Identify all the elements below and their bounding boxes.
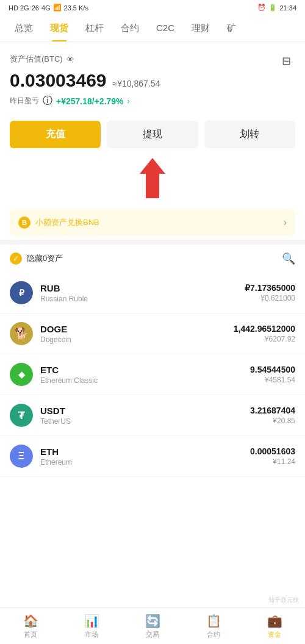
network-speed: 23.5 K/s <box>64 4 88 12</box>
wifi-icon: 📶 <box>53 4 62 12</box>
etc-logo: ◆ <box>10 363 33 386</box>
etc-symbol: ETC <box>40 365 250 375</box>
deposit-button[interactable]: 充值 <box>10 121 101 148</box>
tab-c2c[interactable]: C2C <box>148 15 183 41</box>
time-display: 21:34 <box>279 4 296 12</box>
bottom-nav: 🏠 首页 📊 市场 🔄 交易 📋 合约 💼 资金 <box>0 607 305 644</box>
status-bar: HD 2G 26 4G 📶 23.5 K/s ⏰ 🔋 21:34 <box>0 0 305 15</box>
etc-amount: 9.54544500 <box>250 365 295 374</box>
etc-cny: ¥4581.54 <box>250 376 295 384</box>
crypto-list: ₽ RUB Russian Ruble ₽7.17365000 ¥0.62100… <box>0 273 305 477</box>
asset-section: 资产估值(BTC) 👁 ⊟ 0.03003469 ≈¥10,867.54 昨日盈… <box>0 42 305 113</box>
doge-info: DOGE Dogecoin <box>40 324 234 344</box>
etc-values: 9.54544500 ¥4581.54 <box>250 365 295 384</box>
doge-name: Dogecoin <box>40 335 234 344</box>
btc-value: 0.03003469 <box>10 70 107 91</box>
list-item[interactable]: ◆ ETC Ethereum Classic 9.54544500 ¥4581.… <box>0 354 305 395</box>
cny-approx: ≈¥10,867.54 <box>113 79 160 88</box>
bnb-chevron-icon: › <box>284 217 287 228</box>
home-label: 首页 <box>24 630 37 639</box>
rub-amount: ₽7.17365000 <box>245 283 295 293</box>
futures-label: 合约 <box>207 630 220 639</box>
eth-symbol: ETH <box>40 446 250 457</box>
tab-spot[interactable]: 现货 <box>41 15 77 41</box>
watermark: 知乎@元技 <box>268 596 299 604</box>
asset-value-row: 0.03003469 ≈¥10,867.54 <box>10 70 295 91</box>
tab-mining[interactable]: 矿 <box>218 15 245 41</box>
tab-earn[interactable]: 理财 <box>183 15 218 41</box>
info-icon: ⓘ <box>43 95 52 107</box>
trade-label: 交易 <box>146 630 159 639</box>
usdt-values: 3.21687404 ¥20.85 <box>250 406 295 425</box>
usdt-name: TetherUS <box>40 417 250 426</box>
trade-icon: 🔄 <box>145 614 160 628</box>
bottom-nav-funds[interactable]: 💼 资金 <box>244 608 305 644</box>
eye-icon[interactable]: 👁 <box>66 55 74 64</box>
list-item[interactable]: Ξ ETH Ethereum 0.00051603 ¥11.24 <box>0 436 305 477</box>
bottom-nav-futures[interactable]: 📋 合约 <box>183 608 244 644</box>
funds-label: 资金 <box>268 630 281 639</box>
nav-tabs: 总览 现货 杠杆 合约 C2C 理财 矿 <box>0 15 305 42</box>
futures-icon: 📋 <box>206 614 221 628</box>
pnl-label: 昨日盈亏 <box>10 96 39 106</box>
asset-label: 资产估值(BTC) 👁 <box>10 54 74 65</box>
status-left: HD 2G 26 4G 📶 23.5 K/s <box>9 4 88 12</box>
svg-marker-0 <box>140 158 165 198</box>
rub-symbol: RUB <box>40 283 245 293</box>
market-label: 市场 <box>85 630 98 639</box>
doge-logo: 🐕 <box>10 322 33 345</box>
tab-futures[interactable]: 合约 <box>112 15 148 41</box>
pnl-value: +¥257.18/+2.79% <box>56 96 124 106</box>
rub-logo: ₽ <box>10 281 33 304</box>
bottom-nav-home[interactable]: 🏠 首页 <box>0 608 61 644</box>
check-icon[interactable]: ✓ <box>10 252 22 265</box>
transfer-button[interactable]: 划转 <box>204 121 295 148</box>
action-buttons: 充值 提现 划转 <box>0 113 305 156</box>
usdt-amount: 3.21687404 <box>250 406 295 415</box>
tab-overview[interactable]: 总览 <box>6 15 41 41</box>
alarm-icon: ⏰ <box>257 4 266 12</box>
rub-cny: ¥0.621000 <box>245 294 295 302</box>
funds-icon: 💼 <box>267 614 282 628</box>
usdt-logo: ₮ <box>10 404 33 427</box>
tab-margin[interactable]: 杠杆 <box>77 15 112 41</box>
network-indicator: HD 2G <box>9 4 29 12</box>
withdraw-button[interactable]: 提现 <box>107 121 198 148</box>
usdt-cny: ¥20.85 <box>250 417 295 425</box>
filter-left: ✓ 隐藏0资产 <box>10 252 63 265</box>
home-icon: 🏠 <box>23 614 38 628</box>
eth-info: ETH Ethereum <box>40 446 250 467</box>
arrow-up-indicator <box>137 157 168 199</box>
eth-values: 0.00051603 ¥11.24 <box>250 446 295 466</box>
eth-amount: 0.00051603 <box>250 446 295 456</box>
eth-logo: Ξ <box>10 445 33 468</box>
rub-info: RUB Russian Ruble <box>40 283 245 303</box>
list-item[interactable]: ₽ RUB Russian Ruble ₽7.17365000 ¥0.62100… <box>0 273 305 313</box>
search-icon[interactable]: 🔍 <box>282 252 295 265</box>
eth-name: Ethereum <box>40 458 250 467</box>
bnb-label: 小额资产兑换BNB <box>35 217 99 228</box>
filter-row: ✓ 隐藏0资产 🔍 <box>0 245 305 273</box>
usdt-info: USDT TetherUS <box>40 406 250 426</box>
doge-amount: 1,442.96512000 <box>234 324 295 334</box>
bottom-nav-trade[interactable]: 🔄 交易 <box>122 608 183 644</box>
list-item[interactable]: ₮ USDT TetherUS 3.21687404 ¥20.85 <box>0 395 305 436</box>
doge-symbol: DOGE <box>40 324 234 334</box>
pnl-arrow[interactable]: › <box>127 96 130 106</box>
doge-cny: ¥6207.92 <box>234 335 295 343</box>
record-button[interactable]: ⊟ <box>277 52 295 70</box>
hide-zero-label: 隐藏0资产 <box>27 253 63 264</box>
status-right: ⏰ 🔋 21:34 <box>257 4 296 12</box>
market-icon: 📊 <box>84 614 99 628</box>
battery-icon: 🔋 <box>268 4 277 12</box>
bnb-icon: B <box>18 216 30 229</box>
etc-info: ETC Ethereum Classic <box>40 365 250 385</box>
list-item[interactable]: 🐕 DOGE Dogecoin 1,442.96512000 ¥6207.92 <box>0 313 305 354</box>
lte-indicator: 4G <box>41 4 51 12</box>
bnb-text: B 小额资产兑换BNB <box>18 216 99 229</box>
etc-name: Ethereum Classic <box>40 376 250 385</box>
rub-values: ₽7.17365000 ¥0.621000 <box>245 283 295 302</box>
bnb-banner[interactable]: B 小额资产兑换BNB › <box>10 209 295 236</box>
usdt-symbol: USDT <box>40 406 250 416</box>
bottom-nav-market[interactable]: 📊 市场 <box>61 608 122 644</box>
